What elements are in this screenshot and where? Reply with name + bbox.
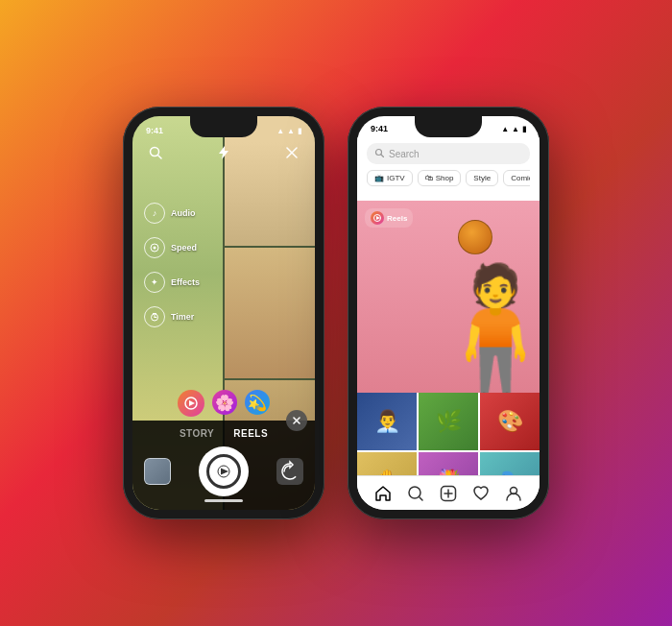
camera-search-icon[interactable] xyxy=(144,141,167,164)
effects-label: Effects xyxy=(171,277,200,287)
notch xyxy=(190,116,257,137)
flash-icon[interactable] xyxy=(212,141,235,164)
left-phone-screen: 9:41 ▲ ▲ ▮ xyxy=(132,116,315,510)
timer-tool[interactable]: Timer xyxy=(144,306,200,327)
right-battery-icon: ▮ xyxy=(522,125,526,133)
shop-icon: 🛍 xyxy=(425,174,433,182)
battery-icon: ▮ xyxy=(298,127,301,135)
grid-cell-5[interactable]: 💐 xyxy=(419,452,478,475)
shutter-button[interactable] xyxy=(199,446,249,496)
camera-overlay: ♪ Audio Speed ✦ Effects xyxy=(132,116,315,510)
igtv-tab[interactable]: 📺 IGTV xyxy=(367,170,413,186)
effect-filter-2[interactable]: 💫 xyxy=(245,390,270,415)
comics-label: Comics xyxy=(511,174,530,182)
speed-icon xyxy=(144,237,165,258)
featured-person: 🧍 xyxy=(418,268,540,393)
svg-marker-20 xyxy=(376,216,380,220)
effects-icon: ✦ xyxy=(144,272,165,293)
grid-cell-2[interactable]: 🌿 xyxy=(419,393,478,450)
reels-tab[interactable]: REELS xyxy=(233,428,268,439)
effect-filter-1[interactable]: 🌸 xyxy=(212,390,237,415)
svg-point-21 xyxy=(409,487,420,498)
signal-icon: ▲ xyxy=(276,127,284,135)
shop-tab[interactable]: 🛍 Shop xyxy=(418,170,462,186)
explore-grid: 👨‍💼 🌿 🎨 ✋ 💐 🎭 xyxy=(357,393,540,475)
right-wifi-icon: ▲ xyxy=(512,125,519,133)
camera-tabs: STORY REELS xyxy=(144,428,303,439)
home-indicator xyxy=(204,499,243,502)
grid-cell-4[interactable]: ✋ xyxy=(357,452,417,475)
speed-label: Speed xyxy=(171,243,197,253)
svg-marker-13 xyxy=(189,400,195,406)
explore-content: 🧍 Reels 👨‍💼 � xyxy=(357,201,540,475)
nav-add[interactable] xyxy=(437,482,460,505)
style-tab[interactable]: Style xyxy=(466,170,498,186)
right-notch xyxy=(415,116,482,137)
right-signal-icon: ▲ xyxy=(501,125,509,133)
featured-image[interactable]: 🧍 Reels xyxy=(357,201,540,393)
right-phone: 9:41 ▲ ▲ ▮ Search 📺 I xyxy=(348,107,549,519)
search-placeholder: Search xyxy=(389,149,420,159)
camera-bottom: 🌸 💫 STORY REELS xyxy=(132,390,315,510)
search-bar[interactable]: Search xyxy=(367,143,530,164)
grid-cell-6[interactable]: 🎭 xyxy=(480,452,540,475)
grid-cell-1[interactable]: 👨‍💼 xyxy=(357,393,417,450)
right-phone-screen: 9:41 ▲ ▲ ▮ Search 📺 I xyxy=(357,116,540,510)
search-icon xyxy=(374,148,384,159)
comics-tab[interactable]: Comics xyxy=(503,170,530,186)
reels-effect-btn[interactable] xyxy=(178,390,204,417)
filter-tabs: 📺 IGTV 🛍 Shop Style Comics TV & Movie xyxy=(367,170,530,190)
close-icon[interactable] xyxy=(280,141,303,164)
timer-label: Timer xyxy=(171,312,194,322)
reels-badge-text: Reels xyxy=(387,214,407,223)
igtv-icon: 📺 xyxy=(374,174,384,182)
basketball xyxy=(458,220,492,254)
shop-label: Shop xyxy=(436,174,454,182)
wifi-icon: ▲ xyxy=(287,127,295,135)
audio-label: Audio xyxy=(171,208,196,218)
svg-line-22 xyxy=(420,497,422,500)
svg-point-5 xyxy=(154,247,156,250)
reels-badge-icon xyxy=(371,211,384,225)
svg-line-18 xyxy=(381,155,384,157)
camera-bottom-controls xyxy=(144,446,303,496)
close-effects-button[interactable] xyxy=(286,410,307,431)
camera-top-icons xyxy=(132,141,315,164)
svg-marker-15 xyxy=(221,469,228,475)
reels-badge: Reels xyxy=(365,208,413,228)
svg-line-1 xyxy=(158,156,162,159)
gallery-thumb[interactable] xyxy=(144,458,171,485)
explore-header: Search 📺 IGTV 🛍 Shop Style Comics xyxy=(357,137,540,190)
camera-tools: ♪ Audio Speed ✦ Effects xyxy=(144,203,200,327)
nav-home[interactable] xyxy=(372,482,395,505)
igtv-label: IGTV xyxy=(387,174,405,182)
audio-tool[interactable]: ♪ Audio xyxy=(144,203,200,224)
left-phone: 9:41 ▲ ▲ ▮ xyxy=(123,107,324,519)
left-status-icons: ▲ ▲ ▮ xyxy=(276,127,301,135)
effects-tool[interactable]: ✦ Effects xyxy=(144,272,200,293)
nav-heart[interactable] xyxy=(469,482,492,505)
left-time: 9:41 xyxy=(146,126,163,135)
right-time: 9:41 xyxy=(371,124,388,133)
nav-profile[interactable] xyxy=(502,482,525,505)
speed-tool[interactable]: Speed xyxy=(144,237,200,258)
audio-icon: ♪ xyxy=(144,203,165,224)
right-status-icons: ▲ ▲ ▮ xyxy=(501,125,526,133)
story-tab[interactable]: STORY xyxy=(180,428,214,439)
bottom-nav xyxy=(357,475,540,510)
grid-cell-3[interactable]: 🎨 xyxy=(480,393,540,450)
nav-search[interactable] xyxy=(404,482,427,505)
camera-bottom-bar: STORY REELS xyxy=(132,421,315,510)
timer-icon xyxy=(144,306,165,327)
style-label: Style xyxy=(473,174,491,182)
flip-camera-button[interactable] xyxy=(276,458,303,485)
